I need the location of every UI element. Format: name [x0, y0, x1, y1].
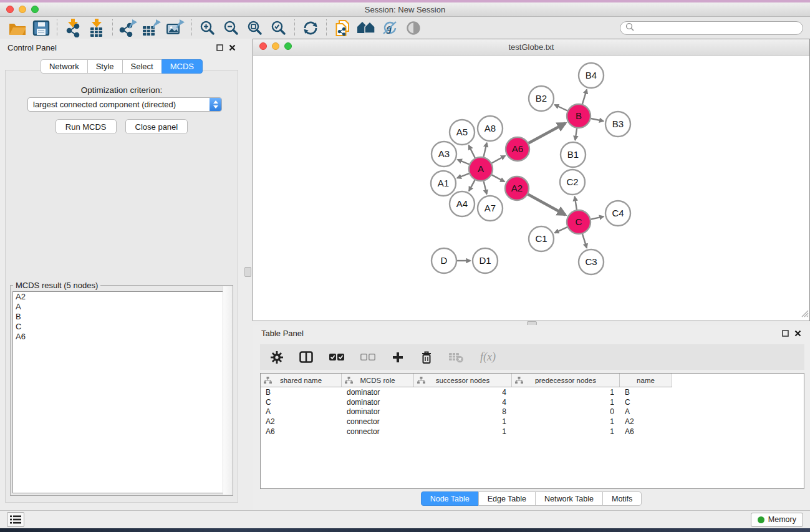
node-A8[interactable]: A8 — [478, 116, 503, 141]
node-C[interactable]: C — [567, 210, 591, 234]
edge-B-B2[interactable] — [555, 105, 567, 111]
memory-button[interactable]: Memory — [751, 513, 803, 527]
deselect-all-button[interactable] — [360, 352, 375, 362]
import-table-button[interactable] — [85, 18, 108, 37]
edge-A-A8[interactable] — [484, 143, 487, 157]
tab-network[interactable]: Network — [41, 59, 88, 74]
search-input[interactable] — [637, 23, 798, 33]
mcds-result-item[interactable]: B — [13, 312, 230, 322]
edge-A-A6[interactable] — [492, 156, 506, 163]
close-panel-button[interactable] — [229, 44, 236, 51]
graphics-details-button[interactable]: g — [378, 18, 402, 37]
close-panel-button-2[interactable]: Close panel — [125, 119, 188, 134]
edge-A6-B[interactable] — [529, 123, 566, 143]
zoom-selected-button[interactable] — [267, 18, 291, 37]
edge-B-B1[interactable] — [575, 128, 577, 140]
navigator-button[interactable] — [402, 18, 425, 37]
network-canvas[interactable]: B4B2BB3A8A5A6A3B1AC2A1A2A4A7C4CC1C3DD1 — [253, 56, 809, 321]
node-A6[interactable]: A6 — [506, 137, 529, 161]
network-close-traffic-light[interactable] — [259, 42, 267, 50]
float-table-panel-button[interactable] — [782, 330, 789, 337]
node-B1[interactable]: B1 — [561, 142, 586, 167]
open-folder-button[interactable] — [6, 18, 29, 37]
table-row[interactable]: Adominator80A — [261, 407, 804, 417]
save-button[interactable] — [29, 18, 53, 37]
table-row[interactable]: A2connector11A2 — [261, 417, 804, 427]
node-C1[interactable]: C1 — [529, 226, 554, 251]
resize-grip-icon[interactable] — [801, 309, 809, 320]
node-A7[interactable]: A7 — [478, 196, 503, 221]
node-B[interactable]: B — [567, 104, 591, 128]
edge-B-B3[interactable] — [591, 118, 604, 121]
edge-A-A2[interactable] — [492, 175, 504, 181]
column-header-MCDS-role[interactable]: MCDS role — [342, 374, 414, 387]
node-D1[interactable]: D1 — [473, 248, 498, 273]
tab-mcds[interactable]: MCDS — [162, 59, 203, 74]
tab-network-table[interactable]: Network Table — [535, 491, 603, 506]
mcds-result-item[interactable]: C — [13, 322, 230, 332]
node-C2[interactable]: C2 — [560, 170, 585, 195]
add-column-button[interactable] — [392, 351, 404, 364]
export-table-button[interactable] — [140, 18, 164, 37]
mcds-list-scrollbar[interactable] — [223, 286, 232, 495]
tab-edge-table[interactable]: Edge Table — [478, 491, 536, 506]
zoom-fit-button[interactable] — [243, 18, 267, 37]
table-row[interactable]: Bdominator41B — [261, 387, 804, 397]
edge-A-A7[interactable] — [484, 181, 487, 195]
edge-B-B4[interactable] — [582, 90, 587, 104]
close-table-panel-button[interactable] — [794, 330, 801, 337]
node-C4[interactable]: C4 — [605, 201, 630, 226]
node-A3[interactable]: A3 — [432, 142, 456, 167]
import-network-button[interactable] — [61, 18, 85, 37]
main-titlebar[interactable]: Session: New Session — [0, 2, 810, 17]
edge-A-A5[interactable] — [469, 145, 475, 158]
mcds-result-item[interactable]: A2 — [13, 292, 230, 302]
edge-A-A4[interactable] — [469, 180, 475, 191]
task-history-button[interactable] — [7, 512, 24, 527]
node-A1[interactable]: A1 — [431, 171, 456, 196]
edge-A2-C[interactable] — [528, 195, 566, 215]
search-field[interactable] — [620, 21, 803, 35]
edge-A-A3[interactable] — [458, 160, 470, 165]
network-zoom-traffic-light[interactable] — [284, 42, 292, 50]
tab-style[interactable]: Style — [87, 59, 123, 74]
show-columns-button[interactable] — [299, 351, 313, 364]
edge-A-A1[interactable] — [457, 173, 469, 178]
delete-column-button[interactable] — [420, 351, 433, 364]
delete-table-button[interactable] — [449, 352, 464, 363]
table-mode-button[interactable] — [271, 351, 283, 364]
divider-grab-handle[interactable] — [244, 267, 251, 277]
network-minimize-traffic-light[interactable] — [272, 42, 279, 50]
table-row[interactable]: Cdominator41C — [261, 397, 804, 407]
column-header-shared-name[interactable]: shared name — [261, 374, 342, 387]
tab-select[interactable]: Select — [122, 59, 162, 74]
edge-C-C2[interactable] — [575, 196, 577, 210]
node-C3[interactable]: C3 — [579, 249, 604, 274]
run-mcds-button[interactable]: Run MCDS — [55, 119, 117, 134]
mcds-result-list[interactable]: A2ABCA6 — [12, 291, 231, 493]
close-traffic-light[interactable] — [6, 6, 14, 13]
function-builder-button[interactable]: f(x) — [480, 351, 496, 364]
node-A4[interactable]: A4 — [450, 191, 475, 216]
node-A[interactable]: A — [469, 157, 493, 181]
node-A5[interactable]: A5 — [450, 120, 475, 145]
column-header-name[interactable]: name — [620, 374, 672, 387]
select-all-button[interactable] — [329, 352, 344, 362]
mcds-result-item[interactable]: A6 — [13, 332, 230, 342]
edge-C-C1[interactable] — [555, 227, 567, 233]
zoom-out-button[interactable] — [219, 18, 243, 37]
zoom-in-button[interactable] — [196, 18, 219, 37]
column-header-successor-nodes[interactable]: successor nodes — [414, 374, 512, 387]
export-image-button[interactable] — [164, 18, 188, 37]
node-B4[interactable]: B4 — [579, 63, 604, 88]
node-B2[interactable]: B2 — [529, 86, 554, 111]
vertical-split-divider[interactable] — [243, 39, 253, 510]
refresh-button[interactable] — [299, 18, 322, 37]
float-panel-button[interactable] — [216, 44, 223, 51]
zoom-traffic-light[interactable] — [31, 6, 39, 13]
minimize-traffic-light[interactable] — [19, 6, 26, 13]
export-network-button[interactable] — [117, 18, 140, 37]
clone-network-button[interactable] — [330, 18, 354, 37]
optimization-dropdown[interactable]: largest connected component (directed) — [27, 97, 222, 112]
node-D[interactable]: D — [432, 248, 456, 273]
